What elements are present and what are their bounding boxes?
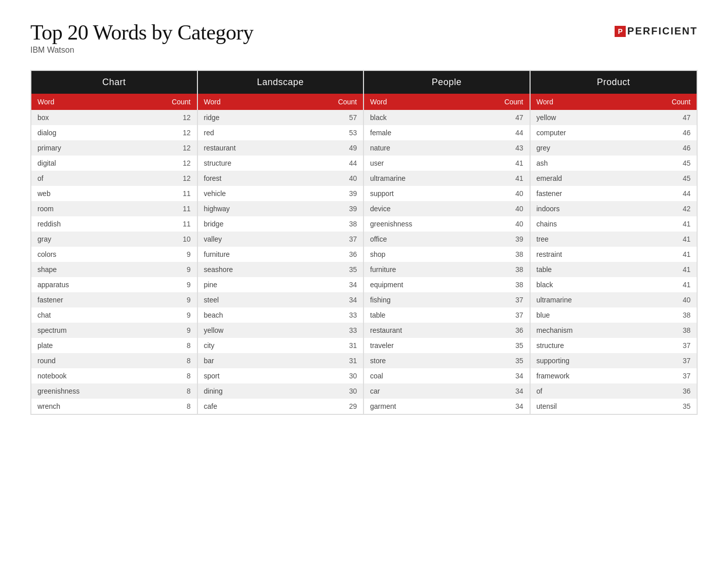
table-row: web11 [31, 186, 197, 201]
word-cell: furniture [204, 250, 280, 258]
word-cell: restaurant [204, 144, 280, 152]
count-cell: 10 [114, 235, 190, 243]
table-row: steel34 [198, 292, 363, 307]
table-row: city31 [198, 338, 363, 353]
table-row: restraint41 [531, 247, 697, 262]
count-cell: 31 [280, 357, 357, 365]
count-cell: 12 [114, 113, 190, 122]
word-cell: valley [204, 235, 280, 243]
table-row: highway39 [198, 201, 363, 216]
table-row: chains41 [531, 216, 697, 232]
count-cell: 34 [447, 372, 523, 380]
table-row: coal34 [364, 368, 530, 383]
word-cell: of [537, 387, 614, 395]
word-cell: table [537, 265, 614, 274]
table-row: digital12 [31, 156, 197, 171]
word-cell: highway [204, 205, 280, 213]
count-cell: 34 [447, 387, 523, 395]
table-row: spectrum9 [31, 323, 197, 338]
count-cell: 37 [447, 311, 523, 319]
count-cell: 38 [447, 281, 523, 289]
table-row: ridge57 [198, 110, 363, 125]
word-cell: utensil [537, 402, 614, 410]
count-cell: 39 [447, 235, 523, 243]
count-cell: 44 [614, 189, 691, 198]
word-cell: fishing [370, 296, 447, 304]
word-cell: gray [37, 235, 114, 243]
count-cell: 47 [447, 113, 523, 122]
table-row: support40 [364, 186, 530, 201]
count-cell: 40 [447, 205, 523, 213]
table-row: ultramarine40 [531, 292, 697, 307]
count-cell: 41 [447, 174, 523, 182]
count-cell: 37 [280, 235, 357, 243]
table-row: furniture38 [364, 262, 530, 277]
table-row: fastener44 [531, 186, 697, 201]
table-row: reddish11 [31, 216, 197, 232]
count-cell: 38 [280, 220, 357, 228]
table-row: grey46 [531, 140, 697, 156]
word-cell: wrench [37, 402, 114, 410]
table-row: indoors42 [531, 201, 697, 216]
count-cell: 35 [447, 357, 523, 365]
table-row: table37 [364, 307, 530, 323]
table-row: table41 [531, 262, 697, 277]
word-cell: seashore [204, 265, 280, 274]
word-cell: city [204, 341, 280, 350]
table-row: notebook8 [31, 368, 197, 383]
word-cell: apparatus [37, 281, 114, 289]
count-col-header-product: Count [614, 94, 697, 110]
table-row: red53 [198, 125, 363, 140]
table-row: wrench8 [31, 399, 197, 414]
count-cell: 35 [614, 402, 691, 410]
table-row: restaurant49 [198, 140, 363, 156]
word-cell: bridge [204, 220, 280, 228]
count-cell: 41 [614, 250, 691, 258]
table-row: equipment38 [364, 277, 530, 292]
table-row: nature43 [364, 140, 530, 156]
category-landscape: LandscapeWordCountridge57red53restaurant… [198, 71, 365, 414]
count-cell: 44 [280, 159, 357, 167]
table-row: sport30 [198, 368, 363, 383]
count-cell: 47 [614, 113, 691, 122]
table-row: dining30 [198, 383, 363, 399]
table-row: room11 [31, 201, 197, 216]
word-cell: fastener [37, 296, 114, 304]
word-cell: cafe [204, 402, 280, 410]
count-cell: 12 [114, 174, 190, 182]
word-cell: framework [537, 372, 614, 380]
count-cell: 9 [114, 265, 190, 274]
logo-icon: P [615, 26, 626, 37]
table-row: pine34 [198, 277, 363, 292]
table-row: car34 [364, 383, 530, 399]
count-cell: 9 [114, 311, 190, 319]
word-col-header-chart: Word [31, 94, 114, 110]
table-row: yellow33 [198, 323, 363, 338]
col-headers-product: WordCount [531, 94, 697, 110]
logo: P PERFICIENT [615, 20, 698, 37]
count-cell: 29 [280, 402, 357, 410]
table-row: mechanism38 [531, 323, 697, 338]
table-row: fishing37 [364, 292, 530, 307]
table-row: greenishness40 [364, 216, 530, 232]
table-row: yellow47 [531, 110, 697, 125]
word-col-header-landscape: Word [198, 94, 280, 110]
table-row: colors9 [31, 247, 197, 262]
count-cell: 33 [280, 311, 357, 319]
table-row: bar31 [198, 353, 363, 368]
word-cell: chat [37, 311, 114, 319]
table-row: traveler35 [364, 338, 530, 353]
table-row: greenishness8 [31, 383, 197, 399]
word-cell: ultramarine [370, 174, 447, 182]
count-cell: 45 [614, 174, 691, 182]
word-cell: grey [537, 144, 614, 152]
word-cell: furniture [370, 265, 447, 274]
page-subtitle: IBM Watson [30, 46, 254, 55]
category-header-chart: Chart [31, 71, 197, 94]
count-cell: 9 [114, 326, 190, 334]
word-cell: indoors [537, 205, 614, 213]
count-cell: 30 [280, 387, 357, 395]
category-chart: ChartWordCountbox12dialog12primary12digi… [31, 71, 198, 414]
count-col-header-landscape: Count [280, 94, 363, 110]
category-header-people: People [364, 71, 530, 94]
